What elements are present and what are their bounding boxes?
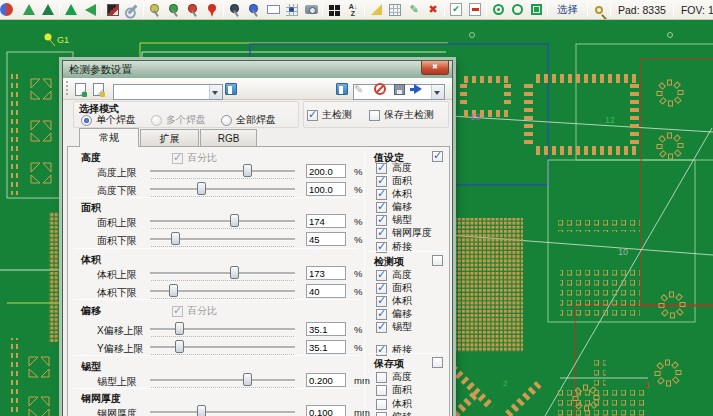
checkbox-icon[interactable]	[376, 176, 387, 187]
camera-icon[interactable]	[303, 2, 319, 18]
slider-thumb[interactable]	[230, 214, 239, 227]
doc-check-icon[interactable]: ✔	[448, 2, 464, 18]
checkbox-icon[interactable]	[376, 296, 387, 307]
checkbox-icon[interactable]	[376, 215, 387, 226]
solder-shape-value[interactable]	[306, 373, 346, 387]
circle-icon[interactable]	[509, 2, 525, 18]
group-checkbox-detect-items[interactable]	[432, 255, 443, 266]
checkbox-icon[interactable]	[369, 110, 380, 121]
check-item[interactable]: 偏移	[376, 410, 412, 416]
measure-b-icon[interactable]	[40, 2, 56, 18]
forbid-icon[interactable]	[374, 81, 386, 97]
check-item[interactable]: 桥接	[376, 343, 412, 357]
pin-dark-icon[interactable]	[227, 2, 243, 18]
select-button[interactable]: 选择	[551, 3, 584, 17]
checkbox-save-main-detect[interactable]: 保存主检测	[369, 108, 434, 122]
tab-general[interactable]: 常规	[79, 128, 139, 147]
save-icon[interactable]	[394, 81, 405, 97]
checkbox-icon[interactable]	[376, 385, 387, 396]
area-upper-slider[interactable]	[150, 214, 295, 229]
group-checkbox-save-items[interactable]	[432, 357, 443, 368]
stencil-slider[interactable]	[150, 405, 295, 416]
height-upper-value[interactable]	[306, 164, 346, 178]
sort-az-icon[interactable]: A↓Z	[345, 2, 361, 18]
slider-thumb[interactable]	[243, 164, 252, 177]
radio-single-pad[interactable]: 单个焊盘	[81, 113, 136, 127]
record-circle-icon[interactable]	[490, 2, 506, 18]
doc-minus-icon[interactable]	[467, 2, 483, 18]
offset-x-value[interactable]	[306, 322, 346, 336]
tools-icon[interactable]	[124, 2, 140, 18]
close-button[interactable]: ✖	[421, 61, 449, 75]
checkbox-main-detect[interactable]: 主检测	[307, 108, 352, 122]
checkbox-icon[interactable]	[376, 399, 387, 410]
radio-icon[interactable]	[81, 115, 92, 126]
measure-a-icon[interactable]	[21, 2, 37, 18]
import-profile-icon[interactable]	[75, 81, 86, 97]
profile-combo-1[interactable]	[113, 84, 223, 100]
offset-y-value[interactable]	[306, 340, 346, 354]
offset-y-slider[interactable]	[150, 340, 295, 355]
check-item[interactable]: 钢网厚度	[376, 226, 432, 240]
dialog-titlebar[interactable]: 检测参数设置 ✖	[63, 61, 452, 78]
checkbox-icon[interactable]	[376, 309, 387, 320]
checkbox-icon[interactable]	[307, 110, 318, 121]
pin-blue-icon[interactable]	[246, 2, 262, 18]
checkbox-icon[interactable]	[376, 412, 387, 416]
pin-red-icon[interactable]	[185, 2, 201, 18]
volume-lower-value[interactable]	[306, 284, 346, 298]
group-checkbox-value-set[interactable]	[432, 151, 443, 162]
height-upper-slider[interactable]	[150, 164, 295, 179]
slider-thumb[interactable]	[243, 373, 252, 386]
check-item[interactable]: 锡型	[376, 320, 412, 334]
check-item[interactable]: 面积	[376, 383, 412, 397]
slider-thumb[interactable]	[197, 405, 206, 416]
tab-rgb[interactable]: RGB	[200, 129, 257, 147]
checkbox-icon[interactable]	[376, 228, 387, 239]
notebook-icon-1[interactable]	[225, 81, 237, 97]
height-lower-value[interactable]	[306, 182, 346, 196]
offset-x-slider[interactable]	[150, 322, 295, 337]
check-item[interactable]: 体积	[376, 397, 412, 411]
stencil-value[interactable]	[306, 405, 346, 416]
checkbox-icon[interactable]	[376, 189, 387, 200]
square-stop-icon[interactable]	[528, 2, 544, 18]
set-square-icon[interactable]	[368, 2, 384, 18]
volume-upper-slider[interactable]	[150, 266, 295, 281]
radio-icon[interactable]	[221, 115, 232, 126]
prism-icon[interactable]	[63, 2, 79, 18]
magnifier-icon[interactable]	[591, 2, 607, 18]
exit-icon[interactable]	[414, 81, 422, 97]
edit-plot-icon[interactable]: ✎	[406, 2, 422, 18]
slider-thumb[interactable]	[197, 182, 206, 195]
solder-shape-slider[interactable]	[150, 373, 295, 388]
grid-icon[interactable]	[387, 2, 403, 18]
grid-circle-icon[interactable]	[284, 2, 300, 18]
pin-yellow-icon[interactable]	[147, 2, 163, 18]
area-lower-slider[interactable]	[150, 232, 295, 247]
volume-lower-slider[interactable]	[150, 284, 295, 299]
tab-extended[interactable]: 扩展	[140, 129, 199, 147]
checkbox-icon[interactable]	[376, 202, 387, 213]
slider-thumb[interactable]	[171, 232, 180, 245]
notebook-icon-2[interactable]	[336, 81, 348, 97]
region-rect-icon[interactable]	[265, 2, 281, 18]
area-lower-value[interactable]	[306, 232, 346, 246]
map-marker-icon[interactable]	[204, 2, 220, 18]
slider-thumb[interactable]	[169, 284, 178, 297]
history-icon[interactable]	[2, 2, 18, 18]
color-swatch-icon[interactable]	[105, 2, 121, 18]
cone-left-icon[interactable]	[82, 2, 98, 18]
radio-all-pads[interactable]: 全部焊盘	[221, 113, 276, 127]
slider-thumb[interactable]	[175, 340, 184, 353]
pin-green-icon[interactable]	[166, 2, 182, 18]
checkbox-icon[interactable]	[376, 163, 387, 174]
export-profile-icon[interactable]	[93, 81, 104, 97]
height-lower-slider[interactable]	[150, 182, 295, 197]
checkbox-icon[interactable]	[376, 322, 387, 333]
area-upper-value[interactable]	[306, 214, 346, 228]
volume-upper-value[interactable]	[306, 266, 346, 280]
delete-x-icon[interactable]: ✖	[425, 2, 441, 18]
check-item[interactable]: 高度	[376, 370, 412, 384]
toolbar-grip[interactable]	[66, 81, 70, 95]
